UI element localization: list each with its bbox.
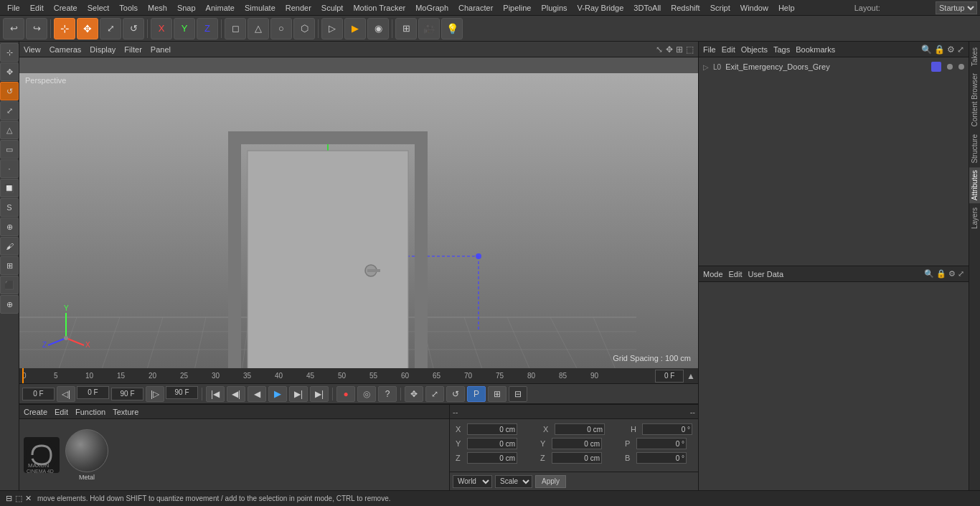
obj-search-icon[interactable]: 🔍 [921, 44, 932, 55]
key-sel-btn[interactable]: ? [378, 386, 397, 402]
frame-arrow-up[interactable]: ▲ [687, 371, 695, 381]
render-btn[interactable]: ▶ [344, 18, 366, 39]
sidebar-select-btn[interactable]: ⊹ [0, 43, 19, 62]
attr-mode-btn[interactable]: Mode [703, 270, 723, 278]
auto-key-btn[interactable]: ◎ [357, 386, 376, 402]
attr-edit-btn[interactable]: Edit [729, 270, 743, 278]
sphere-btn[interactable]: ○ [270, 18, 292, 39]
start-frame-input[interactable] [22, 388, 55, 400]
timeline-ruler[interactable]: 0 5 10 15 20 25 30 35 40 45 50 55 60 65 … [19, 368, 698, 384]
render-view-btn[interactable]: ▷ [321, 18, 343, 39]
axis-z-btn[interactable]: Z [197, 18, 218, 39]
attr-search-icon[interactable]: 🔍 [924, 269, 934, 278]
coord-x2-input[interactable] [555, 423, 605, 435]
metal-material-area[interactable]: Metal [65, 429, 108, 481]
vp-icon-1[interactable]: ⤡ [656, 44, 663, 55]
coord-y2-input[interactable] [552, 438, 602, 449]
preview-start-input[interactable] [77, 386, 109, 399]
attr-expand-icon[interactable]: ⤢ [958, 269, 964, 278]
vtab-takes[interactable]: Takes [969, 44, 980, 69]
mat-create-btn[interactable]: Create [24, 408, 47, 416]
vp-icon-2[interactable]: ✥ [666, 44, 673, 55]
obj-bookmarks-btn[interactable]: Bookmarks [796, 45, 835, 54]
sidebar-snap-btn[interactable]: ⊕ [0, 217, 19, 236]
mat-edit-btn[interactable]: Edit [55, 408, 68, 416]
cone-btn[interactable]: △ [248, 18, 269, 39]
scale-dropdown[interactable]: Scale [495, 475, 532, 488]
attr-lock-icon[interactable]: 🔒 [936, 269, 946, 278]
sidebar-point-btn[interactable]: · [0, 159, 19, 178]
vp-menu-cameras[interactable]: Cameras [50, 45, 82, 54]
current-frame-input[interactable] [655, 370, 684, 383]
obj-objects-btn[interactable]: Objects [741, 45, 768, 54]
sidebar-axis-btn[interactable]: ⊕ [0, 295, 19, 314]
mat-texture-btn[interactable]: Texture [113, 408, 138, 416]
vtab-attributes[interactable]: Attributes [969, 167, 980, 203]
sidebar-scale-btn[interactable]: ⤢ [0, 101, 19, 120]
cylinder-btn[interactable]: ⬡ [293, 18, 315, 39]
step-back-btn[interactable]: ◀| [227, 386, 245, 402]
coord-y-input[interactable] [467, 438, 517, 449]
vp-menu-view[interactable]: View [24, 45, 41, 54]
axis-x-btn[interactable]: X [151, 18, 172, 39]
coord-p-input[interactable] [636, 438, 687, 449]
attr-userdata-btn[interactable]: User Data [748, 270, 784, 278]
obj-expand-icon[interactable]: ⤢ [957, 44, 964, 55]
camera-btn[interactable]: 🎥 [418, 18, 440, 39]
prev-btn[interactable]: ◀ [248, 386, 266, 402]
menu-3dtoall[interactable]: 3DToAll [629, 2, 665, 14]
axis-y-btn[interactable]: Y [174, 18, 195, 39]
sidebar-uvw-btn[interactable]: 🔲 [0, 179, 19, 197]
cube-btn[interactable]: ◻ [225, 18, 246, 39]
move-key-btn[interactable]: ✥ [405, 386, 423, 402]
obj-render-dot[interactable] [958, 64, 964, 70]
redo-btn[interactable]: ↪ [26, 18, 47, 39]
vp-icon-3[interactable]: ⊞ [676, 44, 683, 55]
menu-sculpt[interactable]: Sculpt [317, 2, 348, 14]
goto-start-btn[interactable]: |◀ [206, 386, 225, 402]
menu-motion-tracker[interactable]: Motion Tracker [349, 2, 410, 14]
menu-redshift[interactable]: Redshift [666, 2, 704, 14]
preview-end-input[interactable] [111, 388, 143, 400]
menu-help[interactable]: Help [774, 2, 799, 14]
mat-function-btn[interactable]: Function [75, 408, 105, 416]
menu-create[interactable]: Create [50, 2, 82, 14]
vp-menu-display[interactable]: Display [90, 45, 116, 54]
sidebar-rotate-btn[interactable]: ↺ [0, 82, 19, 100]
obj-color-swatch[interactable] [931, 62, 941, 72]
obj-edit-btn[interactable]: Edit [722, 45, 735, 54]
menu-file[interactable]: File [3, 2, 24, 14]
next-btn[interactable]: ▶| [289, 386, 308, 402]
light-btn[interactable]: 💡 [441, 18, 463, 39]
menu-vray[interactable]: V-Ray Bridge [573, 2, 628, 14]
sidebar-floor-btn[interactable]: ⬛ [0, 276, 19, 294]
scale-tool-btn[interactable]: ⤢ [100, 18, 121, 39]
vp-menu-panel[interactable]: Panel [151, 45, 171, 54]
sidebar-grid2-btn[interactable]: ⊞ [0, 256, 19, 275]
rotate-tool-btn[interactable]: ↺ [123, 18, 144, 39]
move-tool-btn[interactable]: ✥ [77, 18, 98, 39]
vp-icon-4[interactable]: ⬚ [686, 44, 694, 55]
metal-material-thumb[interactable] [65, 429, 108, 472]
menu-snap[interactable]: Snap [173, 2, 200, 14]
menu-window[interactable]: Window [736, 2, 773, 14]
menu-render[interactable]: Render [281, 2, 316, 14]
play-btn[interactable]: ▶ [268, 386, 287, 402]
menu-character[interactable]: Character [454, 2, 497, 14]
coord-h-input[interactable] [642, 423, 692, 435]
menu-select[interactable]: Select [83, 2, 114, 14]
sidebar-polygon-btn[interactable]: △ [0, 121, 19, 139]
coord-b-input[interactable] [636, 452, 687, 464]
obj-vis-dot[interactable] [947, 64, 953, 70]
menu-simulate[interactable]: Simulate [240, 2, 280, 14]
sidebar-edge-btn[interactable]: ▭ [0, 140, 19, 159]
end-frame-input[interactable] [166, 386, 198, 399]
key-grid-btn[interactable]: ⊞ [488, 386, 507, 402]
attr-settings-icon[interactable]: ⚙ [948, 269, 956, 278]
render-settings-btn[interactable]: ◉ [367, 18, 389, 39]
menu-animate[interactable]: Animate [202, 2, 239, 14]
status-icon-1[interactable]: ⊟ [6, 494, 12, 503]
layout-select[interactable]: Startup [936, 1, 977, 14]
sidebar-paint-btn[interactable]: 🖌 [0, 237, 19, 256]
menu-pipeline[interactable]: Pipeline [499, 2, 535, 14]
